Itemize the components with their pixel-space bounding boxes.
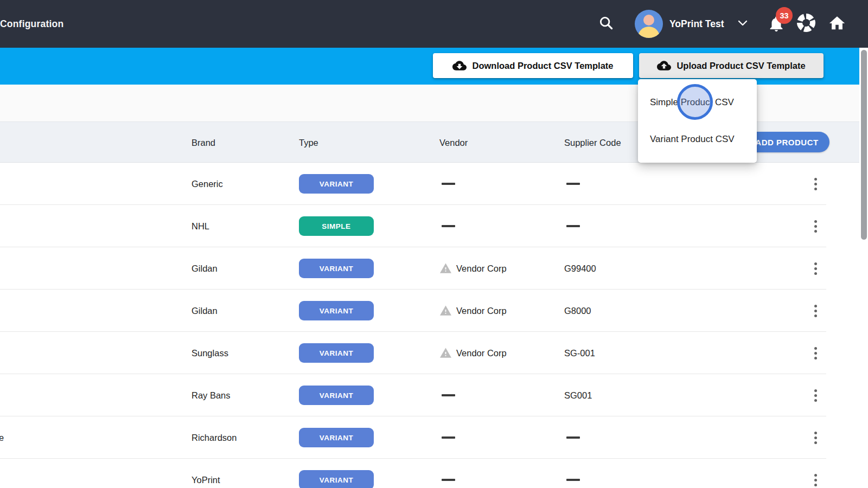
brand-cell: Gildan <box>192 306 218 316</box>
search-icon <box>598 15 614 33</box>
table-row[interactable]: YoPrintVARIANT <box>0 459 859 488</box>
warning-triangle-icon <box>439 305 452 317</box>
vendor-empty-dash <box>442 225 455 227</box>
column-header-type: Type <box>299 122 318 163</box>
upload-menu-item-variant-product-csv[interactable]: Variant Product CSV <box>638 121 757 157</box>
brand-cell: Gildan <box>192 264 218 274</box>
brand-cell: Generic <box>192 179 223 189</box>
supplier-code-empty-dash <box>566 225 580 227</box>
row-actions-kebab-button[interactable] <box>808 341 823 365</box>
row-actions-kebab-button[interactable] <box>808 426 823 450</box>
type-badge: VARIANT <box>299 343 374 363</box>
vendor-cell: Vendor Corp <box>439 262 507 275</box>
dash-glyph <box>442 225 455 227</box>
supplier-code-empty-dash <box>566 183 580 185</box>
table-row[interactable]: GenericVARIANT <box>0 163 859 205</box>
add-product-button[interactable]: ADD PRODUCT <box>744 132 829 152</box>
dash-glyph <box>442 436 455 439</box>
brand-cell: Richardson <box>192 433 237 443</box>
vendor-cell: Vendor Corp <box>439 347 507 359</box>
supplier-code-cell: SG001 <box>564 390 592 401</box>
vertical-scrollbar-track <box>859 48 868 488</box>
dash-glyph <box>442 479 455 481</box>
table-row[interactable]: NHLSIMPLE <box>0 205 859 247</box>
table-row[interactable]: GildanVARIANTVendor CorpG8000 <box>0 290 859 332</box>
type-badge: VARIANT <box>299 428 374 447</box>
type-cell: VARIANT <box>299 470 374 488</box>
column-header-vendor: Vendor <box>439 122 468 163</box>
brand-cell: Ray Bans <box>192 390 231 401</box>
notification-count-badge: 33 <box>776 7 793 24</box>
upload-csv-template-button[interactable]: Upload Product CSV Template <box>639 53 824 78</box>
type-badge: VARIANT <box>299 386 374 405</box>
dash-glyph <box>442 394 455 396</box>
type-badge: VARIANT <box>299 470 374 488</box>
cloud-download-icon <box>452 59 467 73</box>
dash-glyph <box>566 479 580 481</box>
row-actions-kebab-button[interactable] <box>808 383 823 407</box>
supplier-code-cell: G99400 <box>564 264 596 274</box>
warning-triangle-icon <box>439 262 452 275</box>
type-cell: VARIANT <box>299 259 374 278</box>
upload-button-label: Upload Product CSV Template <box>676 61 805 71</box>
row-actions-kebab-button[interactable] <box>808 299 823 323</box>
table-row[interactable]: SunglassVARIANTVendor CorpSG-001 <box>0 332 859 374</box>
type-cell: VARIANT <box>299 301 374 320</box>
download-csv-template-button[interactable]: Download Product CSV Template <box>433 53 633 78</box>
upload-menu-item-simple-product-csv[interactable]: Simple Product CSV <box>638 85 757 120</box>
download-button-label: Download Product CSV Template <box>472 61 613 71</box>
vertical-scrollbar-thumb[interactable] <box>861 50 867 240</box>
avatar-head-shape <box>643 15 654 25</box>
type-cell: VARIANT <box>299 428 374 447</box>
table-row[interactable]: Ray BansVARIANTSG001 <box>0 374 859 416</box>
aperture-icon <box>796 13 816 35</box>
vendor-empty-dash <box>442 479 455 481</box>
truncated-cell-text: e <box>0 433 4 443</box>
user-menu-chevron[interactable] <box>737 18 749 29</box>
table-row[interactable]: eRichardsonVARIANT <box>0 416 859 459</box>
warning-triangle-icon <box>439 347 452 359</box>
vendor-empty-dash <box>442 183 455 185</box>
type-cell: VARIANT <box>299 386 374 405</box>
page-title: Configuration <box>0 0 63 48</box>
brand-cell: YoPrint <box>192 475 220 485</box>
home-button[interactable] <box>827 14 847 35</box>
cloud-upload-icon <box>657 59 671 73</box>
vendor-empty-dash <box>442 394 455 396</box>
column-header-supplier-code: Supplier Code <box>564 122 621 163</box>
type-badge: VARIANT <box>299 259 374 278</box>
table-row[interactable]: GildanVARIANTVendor CorpG99400 <box>0 247 859 290</box>
type-cell: SIMPLE <box>299 216 374 236</box>
supplier-code-cell: G8000 <box>564 306 591 316</box>
shutter-button[interactable] <box>795 14 817 34</box>
user-menu[interactable]: YoPrint Test <box>669 0 724 48</box>
row-actions-kebab-button[interactable] <box>808 172 823 196</box>
dash-glyph <box>442 183 455 185</box>
search-button[interactable] <box>596 14 616 34</box>
supplier-code-empty-dash <box>566 479 580 481</box>
brand-cell: NHL <box>192 221 209 232</box>
products-table-body: GenericVARIANTNHLSIMPLEGildanVARIANTVend… <box>0 163 859 488</box>
row-actions-kebab-button[interactable] <box>808 214 823 238</box>
row-actions-kebab-button[interactable] <box>808 468 823 488</box>
supplier-code-cell: SG-001 <box>564 348 595 358</box>
type-badge: VARIANT <box>299 174 374 194</box>
vendor-cell: Vendor Corp <box>439 305 507 317</box>
type-badge: SIMPLE <box>299 216 374 236</box>
upload-csv-dropdown-menu: Simple Product CSVVariant Product CSV <box>638 79 757 163</box>
supplier-code-empty-dash <box>566 436 580 439</box>
dash-glyph <box>566 225 580 227</box>
user-avatar[interactable] <box>635 10 663 38</box>
row-actions-kebab-button[interactable] <box>808 256 823 280</box>
column-header-brand: Brand <box>192 122 215 163</box>
top-navbar: Configuration YoPrint Test 33 <box>0 0 868 48</box>
vendor-name: Vendor Corp <box>456 306 507 316</box>
vendor-empty-dash <box>442 436 455 439</box>
type-cell: VARIANT <box>299 174 374 194</box>
dash-glyph <box>566 183 580 185</box>
vendor-name: Vendor Corp <box>456 264 507 274</box>
vendor-name: Vendor Corp <box>456 348 507 358</box>
chevron-down-icon <box>738 19 748 29</box>
type-badge: VARIANT <box>299 301 374 320</box>
brand-cell: Sunglass <box>192 348 228 358</box>
